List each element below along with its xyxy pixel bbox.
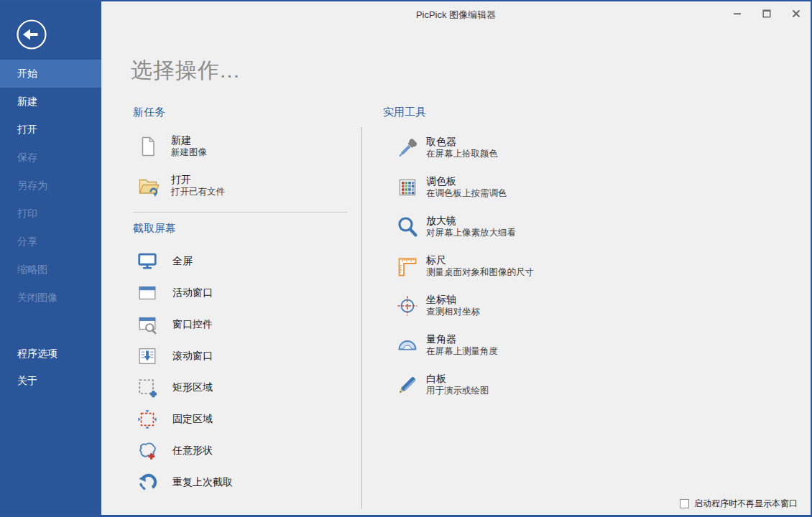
- sidebar-item-print: 打印: [0, 200, 101, 228]
- capture-window-control[interactable]: 窗口控件: [133, 314, 349, 335]
- repeat-capture-icon: [137, 472, 158, 493]
- sidebar-item-thumbnail: 缩略图: [0, 256, 101, 284]
- minimize-button[interactable]: [730, 7, 744, 20]
- utility-title: 标尺: [426, 254, 534, 266]
- utility-title: 放大镜: [426, 215, 516, 227]
- capture-fixed-region[interactable]: 固定区域: [133, 409, 349, 430]
- sidebar-item-share: 分享: [0, 228, 101, 256]
- capture-rectangle-region[interactable]: 矩形区域: [133, 377, 349, 399]
- right-column: 实用工具 取色器 在屏幕上拾取颜色: [383, 106, 627, 411]
- capture-label: 全屏: [172, 255, 193, 268]
- utility-subtitle: 在屏幕上测量角度: [426, 345, 498, 358]
- utility-subtitle: 在调色板上按需调色: [426, 187, 507, 200]
- fullscreen-monitor-icon: [137, 251, 158, 272]
- task-subtitle: 新建图像: [171, 146, 207, 159]
- sidebar-item-about[interactable]: 关于: [0, 367, 101, 395]
- utility-ruler[interactable]: 标尺 测量桌面对象和图像的尺寸: [383, 253, 627, 279]
- capture-active-window[interactable]: 活动窗口: [133, 282, 349, 304]
- close-button[interactable]: [789, 7, 803, 20]
- dont-show-again-label: 启动程序时不再显示本窗口: [694, 498, 798, 510]
- fixed-region-icon: [137, 409, 158, 430]
- utility-color-picker[interactable]: 取色器 在屏幕上拾取颜色: [383, 134, 627, 161]
- back-button[interactable]: [15, 18, 48, 51]
- sidebar-item-save-as: 另存为: [0, 172, 101, 200]
- scrolling-window-icon: [137, 345, 158, 367]
- crosshair-icon: [396, 294, 419, 317]
- capture-label: 滚动窗口: [172, 350, 213, 363]
- page-title: 选择操作...: [131, 56, 240, 85]
- freehand-region-icon: [137, 440, 158, 462]
- capture-label: 活动窗口: [172, 287, 213, 299]
- task-title: 新建: [171, 134, 207, 146]
- rectangle-region-icon: [137, 377, 158, 399]
- protractor-icon: [396, 334, 419, 357]
- utility-title: 白板: [426, 373, 489, 385]
- magnifier-icon: [396, 215, 419, 238]
- capture-label: 窗口控件: [172, 318, 213, 331]
- open-folder-icon: [137, 174, 160, 197]
- capture-scrolling-window[interactable]: 滚动窗口: [133, 345, 349, 367]
- maximize-icon: [762, 9, 771, 18]
- title-bar: PicPick 图像编辑器: [101, 1, 811, 26]
- active-window-icon: [137, 282, 158, 304]
- utility-crosshair[interactable]: 坐标轴 查测相对坐标: [383, 292, 627, 319]
- utility-title: 取色器: [426, 136, 498, 148]
- column-divider: [361, 127, 362, 509]
- minimize-icon: [733, 9, 742, 18]
- new-file-icon: [137, 135, 160, 158]
- utility-color-palette[interactable]: 调色板 在调色板上按需调色: [383, 174, 627, 200]
- utility-whiteboard[interactable]: 白板 用于演示或绘图: [383, 371, 627, 398]
- sidebar-item-save: 保存: [0, 144, 101, 172]
- capture-label: 重复上次截取: [172, 476, 233, 489]
- window-title: PicPick 图像编辑器: [101, 9, 811, 22]
- color-picker-icon: [396, 136, 419, 159]
- window-control-icon: [137, 314, 158, 335]
- left-column: 新任务 新建 新建图像 打开 打开已有文件 截取屏幕: [133, 106, 349, 503]
- capture-fullscreen[interactable]: 全屏: [133, 251, 349, 272]
- dont-show-again-option[interactable]: 启动程序时不再显示本窗口: [680, 498, 798, 510]
- capture-label: 固定区域: [172, 413, 213, 426]
- utility-magnifier[interactable]: 放大镜 对屏幕上像素放大细看: [383, 213, 627, 240]
- capture-freehand[interactable]: 任意形状: [133, 440, 349, 462]
- ruler-icon: [396, 255, 419, 278]
- color-palette-icon: [396, 176, 419, 199]
- utility-subtitle: 用于演示或绘图: [426, 385, 489, 397]
- section-header-screen-capture: 截取屏幕: [133, 222, 349, 235]
- back-arrow-icon: [15, 18, 48, 51]
- task-open-file[interactable]: 打开 打开已有文件: [133, 172, 349, 200]
- utility-title: 量角器: [426, 333, 498, 345]
- sidebar-item-close-image: 关闭图像: [0, 284, 101, 312]
- utility-subtitle: 对屏幕上像素放大细看: [426, 227, 516, 239]
- maximize-button[interactable]: [760, 7, 774, 20]
- utility-subtitle: 在屏幕上拾取颜色: [426, 148, 498, 160]
- sidebar-item-new[interactable]: 新建: [0, 88, 101, 116]
- close-icon: [792, 9, 801, 18]
- sidebar-item-options[interactable]: 程序选项: [0, 340, 101, 368]
- utility-title: 调色板: [426, 175, 507, 187]
- utility-subtitle: 查测相对坐标: [426, 306, 480, 318]
- section-divider: [133, 212, 347, 213]
- sidebar-item-open[interactable]: 打开: [0, 116, 101, 144]
- task-subtitle: 打开已有文件: [171, 186, 225, 198]
- capture-label: 任意形状: [172, 444, 213, 457]
- utility-subtitle: 测量桌面对象和图像的尺寸: [426, 266, 534, 279]
- utility-title: 坐标轴: [426, 294, 480, 306]
- whiteboard-pen-icon: [396, 373, 419, 396]
- task-new-image[interactable]: 新建 新建图像: [133, 133, 349, 160]
- task-title: 打开: [171, 174, 225, 186]
- capture-label: 矩形区域: [172, 381, 213, 394]
- dont-show-again-checkbox[interactable]: [680, 499, 689, 508]
- section-header-new-tasks: 新任务: [133, 106, 349, 118]
- section-header-utilities: 实用工具: [383, 106, 627, 118]
- utility-protractor[interactable]: 量角器 在屏幕上测量角度: [383, 332, 627, 358]
- capture-repeat-last[interactable]: 重复上次截取: [133, 472, 349, 493]
- sidebar: 开始 新建 打开 保存 另存为 打印 分享 缩略图 关闭图像 程序选项 关于: [0, 1, 101, 517]
- sidebar-item-start[interactable]: 开始: [0, 60, 101, 88]
